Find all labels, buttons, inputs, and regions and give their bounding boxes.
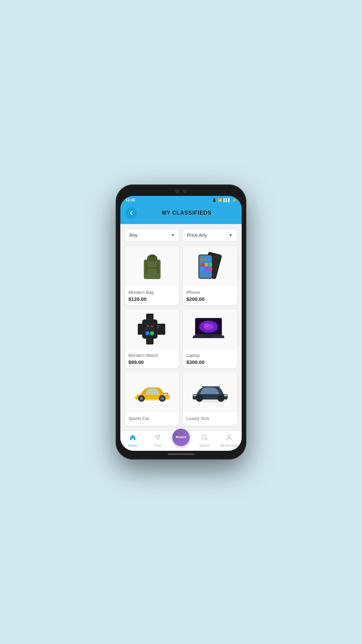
search-icon [201, 434, 208, 443]
nav-search[interactable]: Search [194, 434, 215, 447]
product-price-iphone: $200.00 [186, 296, 234, 302]
svg-rect-17 [205, 267, 208, 271]
svg-text:SAT 08 DEC: SAT 08 DEC [145, 328, 155, 330]
status-time: 12:45 [126, 198, 135, 202]
svg-text:10:30: 10:30 [146, 325, 153, 328]
svg-rect-15 [209, 263, 212, 266]
laptop-icon [192, 315, 229, 344]
svg-rect-30 [158, 325, 159, 329]
phone-bottom [120, 451, 242, 455]
product-image-car2 [183, 372, 237, 413]
svg-rect-18 [209, 267, 212, 271]
svg-point-44 [161, 397, 163, 399]
svg-rect-61 [202, 386, 220, 387]
car1-icon [132, 380, 172, 405]
svg-point-46 [168, 395, 170, 397]
svg-point-57 [198, 397, 201, 400]
vibrate-icon: 📳 [212, 198, 216, 202]
nav-account-label: My Account [221, 444, 238, 447]
product-card-car2[interactable]: Luxury SUV [183, 372, 237, 426]
product-name-laptop: Laptop [186, 353, 234, 358]
svg-rect-4 [157, 260, 159, 274]
product-card-iphone[interactable]: iPhone $200.00 [183, 246, 237, 305]
camera-left [175, 189, 179, 193]
product-card-bag[interactable]: Mordern Bag $120.00 [125, 246, 179, 305]
price-filter-value: Price Any [187, 232, 207, 238]
page-title: MY CLASSIFIEDS [137, 210, 236, 216]
product-image-iphone [183, 246, 237, 286]
signal-icon: ▌▌▌ [224, 198, 231, 202]
svg-point-10 [200, 258, 203, 261]
svg-line-63 [206, 439, 207, 440]
wifi-icon: 📶 [218, 198, 222, 202]
product-price-watch: $99.00 [128, 359, 176, 365]
product-card-watch[interactable]: 10:30 SAT 08 DEC Mordern Watch $99.00 [125, 309, 179, 368]
nav-center-button[interactable]: MsaleX [172, 429, 190, 446]
nav-post-label: Post [154, 444, 161, 447]
product-name-bag: Mordern Bag [128, 290, 176, 295]
status-bar: 12:45 📳 📶 ▌▌▌ ⚡ [120, 196, 242, 204]
product-card-car1[interactable]: Sports Car [125, 372, 179, 426]
phone-shell: 12:45 📳 📶 ▌▌▌ ⚡ MY CLASSIFIEDS Any [116, 184, 246, 460]
product-info-watch: Mordern Watch $99.00 [125, 350, 179, 368]
product-info-car2: Luxury SUV [183, 413, 237, 426]
product-price-bag: $120.00 [128, 296, 176, 302]
cameras [175, 189, 187, 193]
filters-row: Any ▼ Price Any ▼ [125, 229, 237, 241]
svg-rect-14 [205, 263, 208, 266]
product-info-laptop: Laptop $300.00 [183, 350, 237, 368]
back-button[interactable] [126, 207, 137, 219]
svg-rect-48 [167, 393, 168, 395]
products-grid: Mordern Bag $120.00 [125, 246, 237, 426]
product-info-bag: Mordern Bag $120.00 [125, 286, 179, 305]
svg-point-12 [208, 258, 210, 261]
battery-icon: ⚡ [232, 198, 236, 202]
product-name-car1: Sports Car [128, 416, 176, 421]
product-name-iphone: iPhone [186, 290, 234, 295]
svg-rect-2 [150, 256, 155, 257]
svg-point-11 [204, 258, 207, 261]
product-name-car2: Luxury SUV [186, 416, 234, 421]
product-image-laptop [183, 309, 237, 350]
product-image-bag [125, 246, 179, 286]
svg-point-35 [204, 323, 209, 327]
nav-home-label: Home [128, 444, 137, 447]
post-icon [154, 434, 161, 443]
nav-post[interactable]: Post [147, 434, 168, 447]
svg-point-41 [140, 397, 142, 399]
product-image-watch: 10:30 SAT 08 DEC [125, 309, 179, 350]
svg-point-60 [220, 397, 222, 400]
svg-point-53 [193, 394, 196, 396]
bottom-nav: Home Post MsaleX [120, 431, 242, 451]
svg-point-45 [134, 395, 137, 397]
nav-account[interactable]: My Account [219, 434, 239, 447]
bag-icon [137, 250, 167, 283]
car2-icon [190, 380, 230, 405]
product-name-watch: Mordern Watch [128, 353, 176, 358]
svg-rect-3 [145, 260, 147, 274]
account-icon [226, 434, 233, 443]
category-filter-arrow: ▼ [171, 233, 175, 237]
iphone-icon [193, 248, 227, 285]
status-icons: 📳 📶 ▌▌▌ ⚡ [212, 198, 236, 202]
svg-rect-16 [201, 267, 204, 271]
product-info-car1: Sports Car [125, 413, 179, 426]
home-indicator [168, 453, 194, 455]
product-image-car1 [125, 372, 179, 413]
nav-home[interactable]: Home [123, 434, 143, 447]
price-filter-arrow: ▼ [229, 233, 233, 237]
content-area: Any ▼ Price Any ▼ [120, 224, 242, 431]
svg-rect-36 [203, 335, 214, 336]
watch-icon: 10:30 SAT 08 DEC [136, 312, 168, 347]
category-filter[interactable]: Any ▼ [125, 229, 179, 241]
price-filter[interactable]: Price Any ▼ [183, 229, 237, 241]
notch-area [120, 189, 242, 196]
svg-point-54 [224, 394, 227, 396]
category-filter-value: Any [129, 232, 137, 238]
nav-center-label: MsaleX [176, 435, 186, 439]
product-card-laptop[interactable]: Laptop $300.00 [183, 309, 237, 368]
nav-search-label: Search [199, 444, 210, 447]
svg-point-64 [228, 435, 231, 438]
svg-rect-29 [150, 331, 154, 335]
product-price-laptop: $300.00 [186, 359, 234, 365]
